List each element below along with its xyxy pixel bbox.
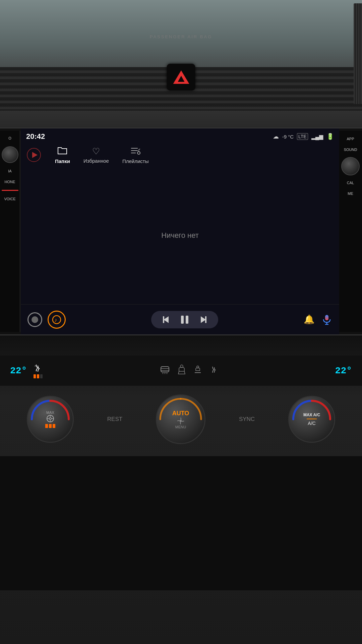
tab-playlists[interactable]: Плейлисты	[122, 146, 149, 164]
svg-rect-11	[163, 316, 164, 323]
signal-icon: LTE	[297, 133, 308, 140]
left-temp-knob[interactable]: MAX	[27, 396, 74, 443]
menu-label: MENU	[175, 425, 186, 429]
favorites-label: Избранное	[83, 158, 109, 164]
temperature: -9 °C	[282, 134, 294, 140]
bottom-area	[0, 456, 362, 590]
main-content-area: Ничего нет	[21, 167, 339, 304]
right-temperature-display: 22°	[335, 366, 352, 376]
controls-center	[71, 311, 298, 328]
yandex-music-icon	[26, 147, 42, 163]
heat-bar	[37, 374, 39, 378]
child-seat-icon[interactable]	[193, 365, 202, 376]
ac-divider	[307, 419, 317, 419]
svg-point-5	[137, 152, 140, 154]
auto-knob-section: AUTO MENU	[156, 394, 205, 444]
empty-message: Ничего нет	[161, 231, 199, 240]
battery-icon: 🔋	[326, 133, 334, 140]
sidebar-item-cal[interactable]: CAL	[339, 178, 362, 187]
left-temperature-display: 22°	[10, 366, 27, 376]
notification-bell[interactable]: 🔔	[304, 314, 314, 325]
svg-rect-15	[205, 316, 206, 323]
sidebar-item-ia[interactable]: IA	[0, 167, 20, 175]
right-sidebar: APP SOUND CAL ME	[339, 131, 362, 332]
seat-heat-right-icon[interactable]	[209, 365, 219, 376]
status-bar: 20:42 ☁ -9 °C LTE ▂▄▆ 🔋	[21, 128, 339, 143]
sidebar-item-voice[interactable]: VOICE	[0, 195, 20, 203]
pause-button[interactable]	[179, 314, 190, 325]
google-assistant-mic[interactable]	[321, 314, 333, 325]
tab-folders[interactable]: Папки	[55, 146, 70, 164]
heat-bars-left	[34, 374, 43, 378]
svg-rect-16	[325, 315, 328, 320]
left-temp-section: 22°	[10, 363, 43, 378]
climate-center-icons	[160, 365, 219, 377]
playback-controls-pill	[151, 311, 218, 328]
record-button[interactable]	[27, 312, 42, 327]
clock: 20:42	[26, 132, 45, 141]
left-sidebar: O IA HONE VOICE	[0, 131, 20, 332]
climate-knobs-row: MAX REST	[0, 389, 362, 449]
svg-rect-13	[186, 316, 188, 324]
max-ac-label: MAX A/C	[303, 413, 320, 417]
svg-rect-12	[181, 316, 184, 324]
prev-button[interactable]	[162, 315, 171, 324]
defrost-rear-icon[interactable]	[160, 365, 170, 376]
seat-heat-left[interactable]	[33, 363, 43, 378]
next-button[interactable]	[198, 315, 207, 324]
svg-rect-19	[161, 367, 169, 372]
fan-icon	[177, 417, 185, 425]
sidebar-item-phone[interactable]: HONE	[0, 178, 20, 186]
right-temp-section: 22°	[335, 366, 352, 376]
left-volume-knob[interactable]	[2, 146, 18, 163]
interior-top: PASSENGER AIR BAG	[0, 0, 362, 144]
screen-content: 20:42 ☁ -9 °C LTE ▂▄▆ 🔋	[21, 128, 339, 334]
phone-indicator	[2, 190, 18, 191]
right-ac-knob[interactable]: MAX A/C A/C	[288, 396, 335, 443]
auto-climate-knob[interactable]: AUTO MENU	[156, 394, 205, 444]
nav-tabs: Папки ♡ Избранное Плейлисты	[21, 143, 339, 167]
passenger-seat-icon[interactable]	[177, 365, 186, 377]
weather-icon: ☁	[273, 133, 279, 140]
heart-icon: ♡	[92, 146, 100, 157]
climate-strip-top: 22°	[0, 356, 362, 386]
sidebar-item-o[interactable]: O	[0, 134, 20, 142]
signal-bars: ▂▄▆	[311, 133, 323, 140]
svg-point-30	[180, 420, 182, 422]
tab-favorites[interactable]: ♡ Избранное	[83, 146, 109, 164]
svg-marker-14	[201, 316, 206, 323]
svg-point-23	[197, 366, 199, 368]
svg-marker-10	[164, 316, 169, 323]
hazard-triangle	[173, 70, 189, 84]
sidebar-item-app[interactable]: APP	[339, 134, 362, 144]
right-knob[interactable]	[341, 157, 360, 175]
playlists-icon	[130, 146, 140, 157]
svg-line-7	[139, 149, 140, 150]
svg-marker-1	[32, 152, 38, 158]
heat-bar	[40, 374, 43, 378]
tab-yandex-music[interactable]	[26, 147, 42, 163]
folders-label: Папки	[55, 158, 70, 164]
playlists-label: Плейлисты	[122, 158, 149, 164]
heat-bar	[34, 374, 36, 378]
right-speaker	[354, 3, 362, 104]
controls-right: 🔔	[304, 314, 333, 325]
car-bottom: 22°	[0, 335, 362, 644]
play-logo-svg	[26, 148, 41, 162]
auto-label: AUTO	[172, 410, 189, 417]
sidebar-item-me[interactable]: ME	[339, 189, 362, 198]
sidebar-item-sound[interactable]: SOUND	[339, 145, 362, 154]
folder-icon	[57, 146, 67, 157]
rest-label: REST	[107, 416, 122, 423]
airbag-label: PASSENGER AIR BAG	[150, 34, 213, 41]
player-controls: ♪	[21, 304, 339, 334]
status-right: ☁ -9 °C LTE ▂▄▆ 🔋	[273, 133, 334, 140]
music-note-icon: ♪	[52, 315, 61, 324]
ac-label: A/C	[308, 421, 315, 426]
record-inner	[32, 316, 38, 323]
music-app-button[interactable]: ♪	[48, 311, 66, 329]
sync-label: SYNC	[239, 416, 255, 423]
svg-text:♪: ♪	[54, 317, 57, 323]
hazard-button[interactable]	[167, 64, 195, 91]
